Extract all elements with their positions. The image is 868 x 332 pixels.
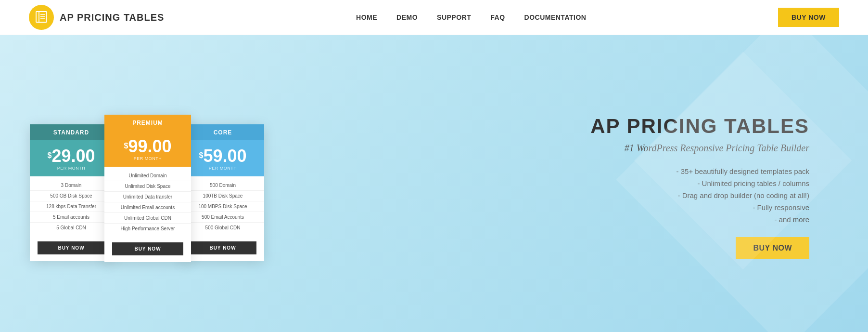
card-core-dollar: $ (199, 151, 204, 160)
card-premium-feature-1: Unlimited Disk Space (104, 181, 191, 192)
card-standard-feature-0: 3 Domain (30, 180, 113, 191)
card-premium-amount: 99.00 (128, 138, 171, 155)
card-core-feature-4: 500 Global CDN (181, 223, 264, 233)
card-core-feature-0: 500 Domain (181, 180, 264, 191)
hero-cta-button[interactable]: Buy Now (736, 237, 809, 259)
card-premium-feature-4: Unlimited Global CDN (104, 213, 191, 224)
hero-inner: STANDARD $ 29.00 PER MONTH 3 Domain 500 … (1, 86, 867, 288)
card-premium-button[interactable]: BUY NOW (112, 242, 183, 255)
card-premium-dollar: $ (124, 142, 128, 150)
pricing-card-premium: PREMIUM $ 99.00 PER MONTH Unlimited Doma… (104, 115, 191, 262)
hero-subtitle: #1 WordPress Responsive Pricing Table Bu… (290, 143, 809, 154)
pricing-demo: STANDARD $ 29.00 PER MONTH 3 Domain 500 … (30, 115, 270, 269)
svg-rect-1 (39, 12, 47, 22)
card-premium-feature-3: Unlimited Email accounts (104, 202, 191, 213)
nav-documentation[interactable]: DOCUMENTATION (524, 13, 587, 21)
card-standard-feature-4: 5 Global CDN (30, 223, 113, 233)
hero-feature-3: - Fully responsive (290, 203, 809, 212)
card-core-button[interactable]: BUY NOW (189, 241, 256, 254)
card-premium-period: PER MONTH (104, 156, 191, 161)
card-standard-feature-2: 128 kbps Data Transfer (30, 201, 113, 212)
card-standard-period: PER MONTH (30, 166, 113, 171)
nav-faq[interactable]: FAQ (490, 13, 505, 21)
card-premium-features: Unlimited Domain Unlimited Disk Space Un… (104, 167, 191, 238)
nav-demo[interactable]: DEMO (396, 13, 418, 21)
card-standard-btn-wrap: BUY NOW (30, 237, 113, 261)
hero-feature-2: - Drag and drop builder (no coding at al… (290, 191, 809, 199)
card-standard-price: $ 29.00 (30, 147, 113, 165)
card-premium-price: $ 99.00 (104, 138, 191, 155)
card-core-feature-3: 500 Email Accounts (181, 212, 264, 223)
card-core-price: $ 59.00 (181, 147, 264, 165)
hero-feature-1: - Unlimited pricing tables / columns (290, 179, 809, 187)
nav-links: HOME DEMO SUPPORT FAQ DOCUMENTATION (356, 13, 586, 22)
card-standard-features: 3 Domain 500 GB Disk Space 128 kbps Data… (30, 176, 113, 237)
card-standard-header: STANDARD (30, 124, 113, 140)
card-premium-feature-2: Unlimited Data transfer (104, 192, 191, 202)
brand-logo (29, 5, 54, 30)
pricing-card-core: CORE $ 59.00 PER MONTH 500 Domain 100TB … (181, 124, 264, 261)
card-core-price-block: $ 59.00 PER MONTH (181, 140, 264, 176)
card-premium-price-block: $ 99.00 PER MONTH (104, 130, 191, 167)
nav-home[interactable]: HOME (356, 13, 377, 21)
card-premium-header: PREMIUM (104, 115, 191, 130)
hero-features-list: - 35+ beautifully designed templates pac… (290, 167, 809, 224)
card-core-feature-1: 100TB Disk Space (181, 191, 264, 201)
pricing-card-standard: STANDARD $ 29.00 PER MONTH 3 Domain 500 … (30, 124, 113, 261)
card-core-amount: 59.00 (203, 147, 246, 165)
hero-feature-0: - 35+ beautifully designed templates pac… (290, 167, 809, 175)
hero-feature-4: - and more (290, 215, 809, 224)
card-standard-dollar: $ (48, 151, 52, 160)
card-core-features: 500 Domain 100TB Disk Space 100 MBPS Dis… (181, 176, 264, 237)
card-standard-amount: 29.00 (51, 147, 95, 165)
card-standard-feature-3: 5 Email accounts (30, 212, 113, 223)
card-core-header: CORE (181, 124, 264, 140)
card-premium-feature-0: Unlimited Domain (104, 171, 191, 181)
card-premium-feature-5: High Performance Server (104, 224, 191, 234)
nav-buy-button[interactable]: BUY NOW (778, 8, 839, 27)
card-core-period: PER MONTH (181, 166, 264, 171)
nav-support[interactable]: SUPPORT (437, 13, 471, 21)
card-premium-btn-wrap: BUY NOW (104, 238, 191, 262)
card-standard-button[interactable]: BUY NOW (38, 241, 105, 254)
hero-section: STANDARD $ 29.00 PER MONTH 3 Domain 500 … (0, 35, 868, 332)
navbar: AP PRICING TABLES HOME DEMO SUPPORT FAQ … (0, 0, 868, 35)
hero-content: AP PRICING TABLES #1 WordPress Responsiv… (290, 115, 838, 259)
card-core-btn-wrap: BUY NOW (181, 237, 264, 261)
card-standard-price-block: $ 29.00 PER MONTH (30, 140, 113, 176)
card-core-feature-2: 100 MBPS Disk Space (181, 201, 264, 212)
card-standard-feature-1: 500 GB Disk Space (30, 191, 113, 201)
hero-title: AP PRICING TABLES (290, 115, 809, 138)
nav-brand[interactable]: AP PRICING TABLES (29, 5, 164, 30)
brand-name: AP PRICING TABLES (60, 12, 164, 23)
